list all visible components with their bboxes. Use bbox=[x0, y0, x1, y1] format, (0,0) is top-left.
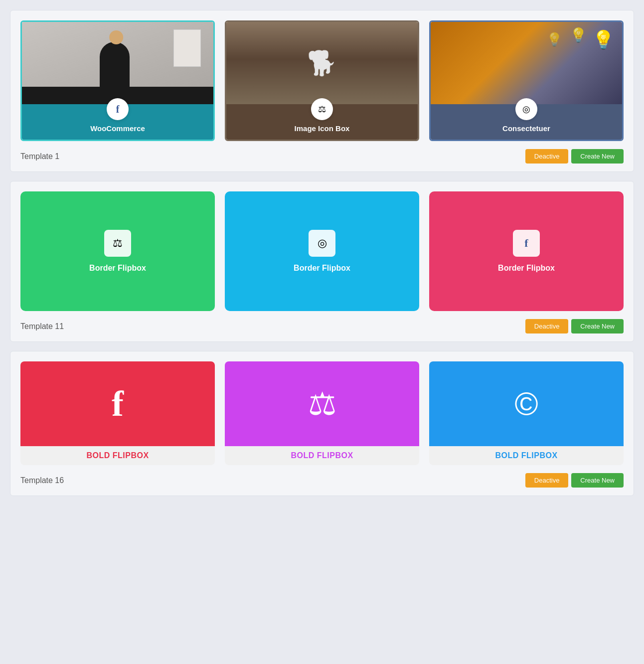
template11-label: Template 11 bbox=[20, 322, 64, 331]
card-bold-flipbox-blue[interactable]: © BOLD FLIPBOX bbox=[429, 361, 624, 465]
card-t16-top-blue: © bbox=[429, 361, 624, 446]
create-new-button-template11[interactable]: Create New bbox=[571, 319, 624, 333]
create-new-button-template16[interactable]: Create New bbox=[571, 473, 624, 488]
card-t16-top-purple: ⚖ bbox=[225, 361, 419, 446]
balance-icon: ⚖ bbox=[318, 104, 326, 115]
card-title-image-icon-box: Image Icon Box bbox=[232, 124, 412, 133]
card-t11-icon-compass: ◎ bbox=[309, 230, 335, 257]
card-bottom-consectetuer: ◎ Consectetuer bbox=[431, 104, 622, 140]
footer-buttons-template16: Deactive Create New bbox=[525, 473, 624, 488]
footer-buttons-template1: Deactive Create New bbox=[525, 149, 624, 164]
template-section-1: WooCommerce ⚖ Image Icon Box 💡 💡 💡 bbox=[10, 10, 634, 172]
facebook-big-icon: f bbox=[112, 383, 124, 425]
card-border-flipbox-cyan[interactable]: ◎ Border Flipbox bbox=[225, 191, 419, 311]
balance-icon-green: ⚖ bbox=[113, 237, 123, 250]
facebook-icon bbox=[116, 104, 120, 115]
card-t16-title-blue: BOLD FLIPBOX bbox=[429, 446, 624, 465]
card-title-consectetuer: Consectetuer bbox=[437, 124, 616, 133]
card-t16-title-red: BOLD FLIPBOX bbox=[20, 446, 215, 465]
template-section-16: f BOLD FLIPBOX ⚖ BOLD FLIPBOX © BOLD FLI… bbox=[10, 351, 634, 496]
deactive-button-template16[interactable]: Deactive bbox=[525, 473, 569, 488]
copyright-big-icon: © bbox=[514, 385, 538, 422]
compass-icon-cyan: ◎ bbox=[318, 237, 327, 250]
card-bold-flipbox-red[interactable]: f BOLD FLIPBOX bbox=[20, 361, 215, 465]
template1-label: Template 1 bbox=[20, 152, 59, 161]
card-t11-icon-facebook: f bbox=[513, 230, 540, 257]
facebook-icon-pink: f bbox=[524, 237, 528, 250]
card-border-flipbox-pink[interactable]: f Border Flipbox bbox=[429, 191, 624, 311]
card-icon-facebook bbox=[107, 98, 129, 120]
create-new-button-template1[interactable]: Create New bbox=[571, 149, 624, 164]
card-bottom-image-icon-box: ⚖ Image Icon Box bbox=[226, 104, 418, 140]
card-t16-top-red: f bbox=[20, 361, 215, 446]
balance-big-icon: ⚖ bbox=[308, 385, 336, 422]
card-t16-title-purple: BOLD FLIPBOX bbox=[225, 446, 419, 465]
card-image-dog bbox=[226, 22, 418, 104]
card-t11-title-green: Border Flipbox bbox=[89, 264, 146, 273]
compass-icon: ◎ bbox=[522, 104, 530, 115]
deactive-button-template11[interactable]: Deactive bbox=[525, 319, 569, 333]
card-border-flipbox-green[interactable]: ⚖ Border Flipbox bbox=[20, 191, 215, 311]
footer-buttons-template11: Deactive Create New bbox=[525, 319, 624, 333]
card-woocommerce[interactable]: WooCommerce bbox=[20, 20, 215, 141]
card-bold-flipbox-purple[interactable]: ⚖ BOLD FLIPBOX bbox=[225, 361, 419, 465]
card-image-icon-box[interactable]: ⚖ Image Icon Box bbox=[225, 20, 419, 141]
template16-label: Template 16 bbox=[20, 476, 64, 485]
template-section-11: ⚖ Border Flipbox ◎ Border Flipbox f Bord… bbox=[10, 181, 634, 342]
card-t11-title-pink: Border Flipbox bbox=[498, 264, 555, 273]
card-consectetuer[interactable]: 💡 💡 💡 ◎ Consectetuer bbox=[429, 20, 624, 141]
deactive-button-template1[interactable]: Deactive bbox=[525, 149, 569, 164]
card-image-person bbox=[22, 22, 213, 104]
card-icon-balance: ⚖ bbox=[311, 98, 333, 120]
card-icon-compass: ◎ bbox=[515, 98, 537, 120]
card-title-woocommerce: WooCommerce bbox=[28, 124, 207, 133]
cards-row-template16: f BOLD FLIPBOX ⚖ BOLD FLIPBOX © BOLD FLI… bbox=[20, 361, 624, 465]
cards-row-template1: WooCommerce ⚖ Image Icon Box 💡 💡 💡 bbox=[20, 20, 624, 141]
cards-row-template11: ⚖ Border Flipbox ◎ Border Flipbox f Bord… bbox=[20, 191, 624, 311]
section-footer-template1: Template 1 Deactive Create New bbox=[20, 149, 624, 164]
section-footer-template11: Template 11 Deactive Create New bbox=[20, 319, 624, 333]
section-footer-template16: Template 16 Deactive Create New bbox=[20, 473, 624, 488]
card-t11-title-cyan: Border Flipbox bbox=[294, 264, 350, 273]
card-bottom-woocommerce: WooCommerce bbox=[22, 104, 213, 140]
card-image-bulbs: 💡 💡 💡 bbox=[431, 22, 622, 104]
card-t11-icon-balance: ⚖ bbox=[104, 230, 131, 257]
